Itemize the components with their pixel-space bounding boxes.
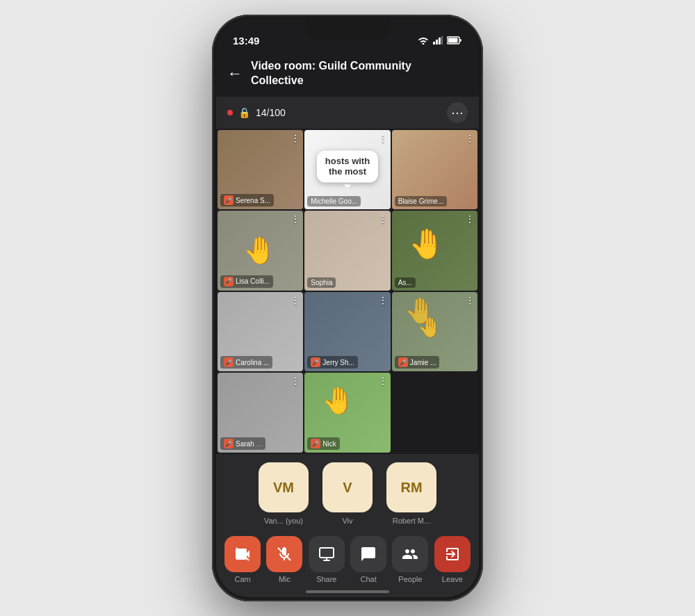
video-cell-serena[interactable]: ⋮ 🎤 Serena S... (218, 130, 303, 210)
people-icon (392, 536, 428, 572)
people-button[interactable]: People (392, 536, 428, 583)
svg-rect-0 (433, 42, 435, 44)
participant-tile-vm[interactable]: VM Van... (you) (259, 462, 309, 525)
share-icon (309, 536, 345, 572)
svg-rect-8 (320, 548, 334, 558)
leave-button[interactable]: Leave (434, 536, 471, 583)
cell-menu-sophia[interactable]: ⋮ (378, 213, 388, 225)
room-toolbar: 🔒 14/100 ⋯ (216, 97, 479, 129)
cell-menu-jerry[interactable]: ⋮ (378, 295, 388, 306)
svg-rect-1 (436, 40, 438, 44)
notch (306, 19, 389, 40)
video-name-sophia: Sophia (307, 277, 336, 288)
video-name-lisa: 🎤 Lisa Colli... (220, 275, 273, 288)
video-name-jamie: 🎤 Jamie ... (395, 356, 440, 368)
status-icons (418, 36, 462, 44)
video-cell-sophia[interactable]: ⋮ Sophia (304, 211, 390, 291)
participant-name-v: Viv (342, 517, 352, 525)
screen: 13:49 (216, 19, 479, 597)
mute-icon-jamie: 🎤 (398, 357, 408, 367)
video-cell-as[interactable]: ⋮ 🤚 As... (392, 211, 477, 291)
cam-icon (224, 536, 261, 572)
battery-icon (447, 36, 462, 44)
header-title: Video room: Guild Community Collective (251, 59, 411, 88)
video-name-sarah: 🎤 Sarah ... (220, 437, 265, 450)
signal-icon (433, 36, 443, 44)
svg-rect-3 (441, 36, 443, 44)
video-cell-sarah[interactable]: ⋮ 🎤 Sarah ... (218, 373, 303, 453)
participant-avatar-rm: RM (386, 462, 436, 512)
cell-menu-blaise[interactable]: ⋮ (465, 133, 475, 144)
video-cell-carolina[interactable]: ⋮ 🎤 Carolina ... (218, 292, 303, 372)
participant-avatar-v: V (322, 462, 373, 512)
participant-tile-rm[interactable]: RM Robert M... (386, 462, 436, 525)
participants-row: VM Van... (you) V Viv RM Robert M... (216, 454, 479, 530)
video-cell-lisa[interactable]: ⋮ 🤚 🎤 Lisa Colli... (218, 211, 303, 291)
video-name-serena: 🎤 Serena S... (220, 194, 274, 206)
wifi-icon (418, 36, 429, 44)
video-name-as: As... (395, 277, 416, 288)
video-name-jerry: 🎤 Jerry Sh... (307, 356, 358, 368)
lock-icon: 🔒 (238, 107, 250, 118)
people-label: People (398, 575, 422, 583)
video-name-michelle: Michelle Goo... (307, 196, 361, 206)
chat-label: Chat (361, 575, 377, 583)
cam-button[interactable]: Cam (224, 536, 261, 583)
toolbar-left: 🔒 14/100 (227, 107, 286, 118)
video-cell-michelle[interactable]: ⋮ hosts withthe most Michelle Goo... (304, 130, 390, 210)
status-time: 13:49 (233, 35, 259, 47)
live-indicator (227, 110, 233, 115)
participant-name-rm: Robert M... (393, 517, 430, 525)
leave-icon (434, 536, 471, 572)
mic-label: Mic (279, 575, 291, 583)
participant-avatar-vm: VM (259, 462, 309, 512)
mic-button[interactable]: Mic (266, 536, 302, 583)
bottom-toolbar: Cam Mic S (216, 530, 479, 586)
cell-menu-carolina[interactable]: ⋮ (291, 295, 300, 306)
mute-icon-nick: 🎤 (311, 439, 320, 448)
leave-label: Leave (442, 575, 463, 583)
chat-icon (350, 536, 386, 572)
mute-icon-carolina: 🎤 (224, 357, 234, 367)
video-cell-nick[interactable]: ⋮ 🤚 🎤 Nick (304, 373, 390, 453)
participant-name-vm: Van... (you) (264, 517, 303, 525)
share-button[interactable]: Share (309, 536, 345, 583)
video-cell-blaise[interactable]: ⋮ Blaise Grime... (392, 130, 477, 210)
cell-menu-nick[interactable]: ⋮ (378, 375, 388, 387)
cell-menu-jamie[interactable]: ⋮ (465, 295, 475, 306)
home-indicator (216, 586, 479, 597)
svg-rect-2 (439, 38, 441, 44)
video-cell-jerry[interactable]: ⋮ 🎤 Jerry Sh... (304, 292, 390, 372)
participant-count: 14/100 (256, 107, 286, 118)
cell-menu-as[interactable]: ⋮ (465, 213, 475, 225)
svg-rect-5 (448, 38, 458, 43)
mute-icon-lisa: 🎤 (224, 277, 234, 286)
video-name-blaise: Blaise Grime... (395, 196, 448, 206)
mute-icon-sarah: 🎤 (224, 439, 234, 448)
cell-menu-serena[interactable]: ⋮ (291, 133, 300, 144)
cell-menu-michelle[interactable]: ⋮ (378, 133, 388, 144)
app-header: ← Video room: Guild Community Collective (216, 54, 479, 97)
mute-icon-serena: 🎤 (224, 195, 234, 205)
video-name-carolina: 🎤 Carolina ... (220, 356, 272, 368)
video-grid: ⋮ 🎤 Serena S... ⋮ hosts withthe most Mic… (216, 129, 479, 454)
video-name-nick: 🎤 Nick (307, 437, 339, 450)
chat-button[interactable]: Chat (350, 536, 386, 583)
cell-menu-lisa[interactable]: ⋮ (291, 213, 300, 225)
more-options-button[interactable]: ⋯ (447, 102, 468, 123)
phone-frame: 13:49 (212, 15, 483, 601)
back-button[interactable]: ← (227, 65, 243, 83)
cam-label: Cam (235, 575, 251, 583)
mute-icon-jerry: 🎤 (311, 357, 320, 367)
tooltip-bubble: hosts withthe most (317, 150, 378, 182)
cell-menu-sarah[interactable]: ⋮ (291, 375, 300, 387)
home-bar (306, 590, 389, 593)
mic-icon (266, 536, 302, 572)
share-label: Share (316, 575, 336, 583)
participant-tile-v[interactable]: V Viv (322, 462, 373, 525)
video-cell-jamie[interactable]: ⋮ 🤚 🤚 🎤 Jamie ... (392, 292, 477, 372)
